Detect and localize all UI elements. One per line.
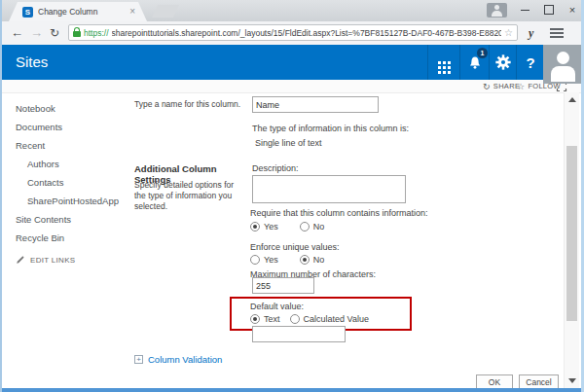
additional-settings-description: Specify detailed options for the type of… [134,180,243,212]
secure-lock-icon[interactable] [73,31,81,37]
notification-badge: 1 [477,48,488,58]
page-content: Notebook Documents Recent Authors Contac… [2,92,581,388]
close-button[interactable]: × [563,0,582,19]
default-text-label: Text [264,314,280,324]
sidebar-item-sharepointhostedapp[interactable]: SharePointHostedApp [16,192,128,210]
sidebar-item-site-contents[interactable]: Site Contents [16,210,128,229]
reload-icon[interactable]: ↻ [50,24,59,42]
default-type-radio-group: Text Calculated Value [250,314,369,324]
default-text-radio[interactable] [250,314,260,324]
default-calculated-label: Calculated Value [304,314,369,324]
sharepoint-favicon-icon: S [22,7,33,18]
sidebar-item-notebook[interactable]: Notebook [16,99,128,118]
help-button[interactable]: ? [516,45,544,80]
browser-window: S Change Column × × ← → ↻ https:// share… [0,0,584,392]
url-text: sharepointtutorials.sharepoint.com/_layo… [112,28,502,38]
require-label: Require that this column contains inform… [250,208,428,218]
follow-star-icon: ☆ [517,82,525,91]
minimize-button[interactable] [515,0,534,19]
waffle-icon [438,61,441,64]
pencil-icon [16,255,25,265]
scroll-down-icon[interactable] [568,378,576,383]
question-icon: ? [526,54,534,71]
require-no-radio[interactable] [300,222,310,232]
url-scheme: https:// [84,28,109,38]
type-info-value: Single line of text [255,138,322,148]
share-icon: ↻ [483,82,491,91]
address-bar[interactable]: https:// sharepointtutorials.sharepoint.… [68,24,518,41]
name-section-label: Type a name for this column. [134,99,249,110]
sidebar-item-authors[interactable]: Authors [16,155,128,173]
default-calculated-radio[interactable] [290,314,300,324]
browser-titlebar: S Change Column × × [2,0,581,21]
description-label: Description: [252,163,299,173]
app-launcher-button[interactable] [427,45,460,80]
scrollbar-thumb[interactable] [566,146,577,321]
description-textarea[interactable] [252,175,406,203]
browser-toolbar: ← → ↻ https:// sharepointtutorials.share… [2,21,581,45]
gear-icon [494,53,512,71]
browser-tab[interactable]: S Change Column × [9,2,147,21]
maximize-button[interactable] [539,0,559,19]
edit-links-button[interactable]: EDIT LINKS [16,255,128,265]
maximize-icon [544,5,554,15]
column-validation-toggle[interactable]: + Column Validation [134,354,222,365]
require-yes-label: Yes [264,222,278,232]
enforce-yes-label: Yes [264,255,278,265]
enforce-yes-radio[interactable] [250,255,260,265]
window-bottom-border [2,388,581,392]
tab-close-icon[interactable]: × [129,7,135,17]
close-icon: × [569,4,575,16]
vertical-scrollbar[interactable] [564,92,579,388]
minimize-icon [521,10,529,11]
bookmark-star-icon[interactable]: ☆ [504,27,513,38]
sidebar-item-contacts[interactable]: Contacts [16,173,128,192]
site-title[interactable]: Sites [16,45,48,80]
enforce-no-label: No [313,255,325,265]
profile-icon-body [492,11,502,17]
quick-launch-nav: Notebook Documents Recent Authors Contac… [16,99,128,265]
expand-plus-icon: + [134,355,143,364]
edit-links-label: EDIT LINKS [30,256,75,265]
back-icon[interactable]: ← [11,24,23,42]
user-avatar[interactable] [543,45,583,84]
scroll-up-icon[interactable] [568,97,576,102]
page-actions-bar: ↻ SHARE ☆ FOLLOW [2,80,581,92]
default-value-label: Default value: [250,302,304,311]
forward-icon[interactable]: → [30,24,43,42]
avatar-person-icon [557,52,569,64]
profile-icon [494,5,499,10]
require-no-label: No [313,222,325,232]
share-button[interactable]: ↻ SHARE [483,80,520,92]
require-yes-radio[interactable] [250,222,260,232]
new-tab-button[interactable] [152,5,179,18]
column-validation-link[interactable]: Column Validation [148,354,222,365]
extension-icon[interactable]: y [529,26,533,41]
sidebar-item-documents[interactable]: Documents [16,118,128,136]
tab-title: Change Column [38,7,129,17]
avatar-person-body [551,66,575,82]
suite-bar: Sites 1 ? [2,45,581,80]
enforce-radio-group: Yes No [250,255,324,265]
notifications-button[interactable]: 1 [459,45,490,80]
default-value-input[interactable] [252,326,346,342]
menu-hamburger-icon[interactable] [550,32,564,34]
enforce-unique-label: Enforce unique values: [250,242,340,252]
sidebar-item-recycle-bin[interactable]: Recycle Bin [16,229,128,247]
sidebar-item-recent[interactable]: Recent [16,136,128,155]
type-info-label: The type of information in this column i… [252,124,409,133]
max-chars-input[interactable] [252,277,314,294]
column-name-input[interactable] [252,96,379,113]
enforce-no-radio[interactable] [300,255,310,265]
settings-button[interactable] [489,45,517,80]
require-radio-group: Yes No [250,222,324,232]
browser-profile-button[interactable] [487,3,507,18]
